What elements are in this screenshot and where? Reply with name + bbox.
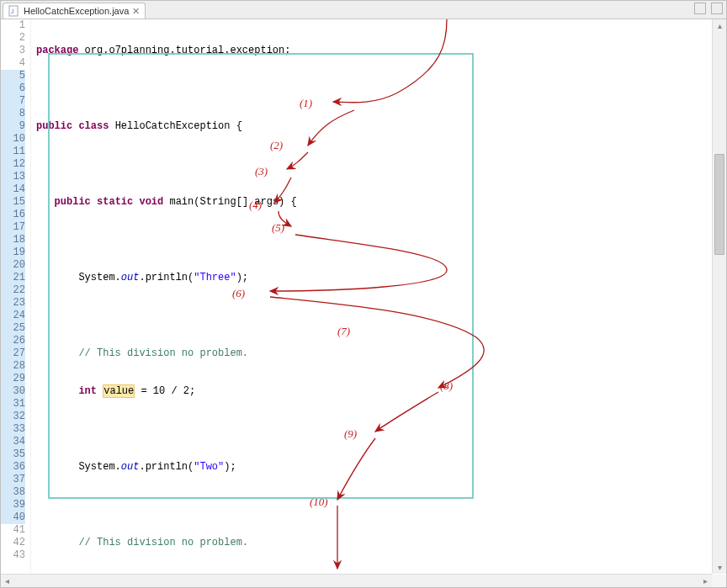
line-number: 28	[1, 360, 25, 373]
line-number: 4	[1, 57, 25, 70]
line-number: 15	[1, 196, 25, 209]
line-number: 34	[1, 436, 25, 448]
annotation-2: (2)	[270, 139, 283, 152]
code-area[interactable]: package org.o7planning.tutorial.exceptio…	[31, 19, 726, 575]
horizontal-scrollbar[interactable]: ◂ ▸	[1, 574, 712, 587]
line-number: 9	[1, 120, 25, 133]
line-number: 14	[1, 183, 25, 196]
editor: 1234567891011121314151617181920212223242…	[1, 19, 726, 575]
line-number: 12	[1, 158, 25, 171]
line-number: 33	[1, 423, 25, 436]
line-number: 30	[1, 385, 25, 398]
scroll-right-icon[interactable]: ▸	[699, 575, 712, 588]
line-number: 5	[1, 70, 25, 82]
line-number: 24	[1, 310, 25, 322]
svg-text:J: J	[11, 8, 14, 14]
line-number: 26	[1, 335, 25, 347]
line-number: 17	[1, 221, 25, 234]
line-number: 20	[1, 259, 25, 272]
line-number: 10	[1, 133, 25, 146]
line-number: 43	[1, 549, 25, 562]
java-file-icon: J	[8, 5, 20, 17]
line-number: 27	[1, 347, 25, 360]
vertical-scrollbar[interactable]: ▴ ▾	[712, 19, 726, 574]
line-number: 21	[1, 272, 25, 284]
line-number: 19	[1, 246, 25, 259]
line-number: 32	[1, 411, 25, 423]
line-number: 13	[1, 171, 25, 183]
file-tab-label: HelloCatchException.java	[24, 6, 129, 16]
line-number: 8	[1, 108, 25, 120]
line-number: 37	[1, 474, 25, 486]
line-number-gutter: 1234567891011121314151617181920212223242…	[1, 19, 31, 575]
annotation-1: (1)	[300, 97, 312, 110]
line-number: 6	[1, 82, 25, 95]
line-number: 42	[1, 537, 25, 549]
annotation-10: (10)	[310, 495, 328, 509]
line-number: 29	[1, 373, 25, 385]
annotation-9: (9)	[344, 427, 357, 441]
line-number: 2	[1, 32, 25, 45]
annotation-5: (5)	[272, 221, 284, 235]
annotation-3: (3)	[255, 165, 268, 178]
scroll-down-icon[interactable]: ▾	[713, 561, 726, 574]
annotation-7: (7)	[337, 325, 350, 338]
tab-bar: J HelloCatchException.java ✕	[1, 1, 726, 19]
close-icon[interactable]: ✕	[132, 6, 140, 17]
line-number: 35	[1, 448, 25, 461]
scroll-up-icon[interactable]: ▴	[713, 19, 726, 32]
line-number: 3	[1, 45, 25, 57]
line-number: 1	[1, 19, 25, 32]
line-number: 23	[1, 297, 25, 310]
line-number: 22	[1, 284, 25, 297]
scroll-thumb[interactable]	[714, 154, 724, 255]
line-number: 39	[1, 499, 25, 511]
minimize-icon[interactable]	[694, 3, 706, 14]
line-number: 16	[1, 209, 25, 221]
line-number: 36	[1, 461, 25, 474]
annotation-8: (8)	[440, 379, 453, 393]
annotation-6: (6)	[232, 287, 245, 300]
line-number: 38	[1, 486, 25, 499]
annotation-4: (4)	[249, 199, 262, 212]
line-number: 40	[1, 511, 25, 524]
line-number: 25	[1, 322, 25, 335]
line-number: 7	[1, 95, 25, 108]
line-number: 11	[1, 146, 25, 158]
line-number: 18	[1, 234, 25, 246]
line-number: 41	[1, 524, 25, 537]
scroll-left-icon[interactable]: ◂	[1, 575, 13, 588]
maximize-icon[interactable]	[711, 3, 723, 14]
line-number: 31	[1, 398, 25, 411]
file-tab[interactable]: J HelloCatchException.java ✕	[3, 3, 146, 19]
